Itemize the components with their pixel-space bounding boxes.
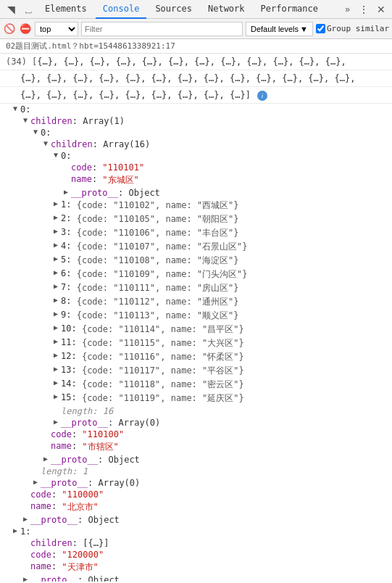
tree-row-name-top: name: "市辖区" <box>0 440 392 454</box>
toggle-proto-top[interactable] <box>41 455 51 463</box>
context-selector[interactable]: top <box>35 22 78 36</box>
file-path-text: 02题目测试.html？hbt=1544861338921:17 <box>6 41 175 51</box>
tree-row-proto-arr1[interactable]: __proto__: Array(0) <box>0 417 392 429</box>
log-entry-summary2: {…}, {…}, {…}, {…}, {…}, {…}, {…}, {…}, … <box>0 70 392 87</box>
tree-row-item12[interactable]: 12: {code: "110116", name: "怀柔区"} <box>0 350 392 364</box>
toggle-item8[interactable] <box>51 296 61 304</box>
tree-row-item4[interactable]: 4: {code: "110107", name: "石景山区"} <box>0 240 392 254</box>
tab-sources[interactable]: Sources <box>148 0 199 19</box>
tree-row-length1: length: 1 <box>0 466 392 477</box>
default-levels-label: Default levels <box>251 25 299 33</box>
toggle-item15[interactable] <box>51 392 61 400</box>
tab-network[interactable]: Network <box>201 0 252 19</box>
block-icon[interactable]: ⛔ <box>19 22 32 36</box>
clear-console-icon[interactable]: 🚫 <box>3 22 16 36</box>
toggle-item7[interactable] <box>51 282 61 290</box>
toggle-item12[interactable] <box>51 351 61 359</box>
log-entry-summary: (34) [{…}, {…}, {…}, {…}, {…}, {…}, {…},… <box>0 54 392 70</box>
tab-console[interactable]: Console <box>96 0 147 19</box>
toggle-proto-arr1[interactable] <box>51 418 61 426</box>
close-icon[interactable]: ✕ <box>373 1 389 17</box>
info-badge: i <box>257 91 267 101</box>
tree-node-children1[interactable]: children: Array(1) <box>0 115 392 127</box>
tree-row-item9[interactable]: 9: {code: "110113", name: "顺义区"} <box>0 309 392 323</box>
tree-row-item11[interactable]: 11: {code: "110115", name: "大兴区"} <box>0 336 392 350</box>
toggle-item9[interactable] <box>51 310 61 318</box>
toggle-grandchild0[interactable] <box>51 151 61 159</box>
settings-icon[interactable]: ⋮ <box>356 1 372 17</box>
device-toolbar-icon[interactable]: ⎵ <box>20 1 36 17</box>
toggle-proto0[interactable] <box>61 188 71 196</box>
tree-node-children16[interactable]: children: Array(16) <box>0 138 392 150</box>
toggle-item1[interactable] <box>51 199 61 207</box>
toggle-item6[interactable] <box>51 268 61 276</box>
filter-bar: 🚫 ⛔ top Default levels ▼ Group similar <box>0 19 392 39</box>
tree-node-child0[interactable]: 0: <box>0 127 392 138</box>
inspect-icon[interactable]: ◥ <box>3 1 19 17</box>
tree-row-1-children: children: [{…}] <box>0 537 392 549</box>
tree-row-item7[interactable]: 7: {code: "110111", name: "房山区"} <box>0 281 392 295</box>
tree-row-1-proto[interactable]: __proto__: Object <box>0 574 392 582</box>
tree-row-code0: code: "110101" <box>0 162 392 173</box>
toggle-item10[interactable] <box>51 323 61 331</box>
toggle-item2[interactable] <box>51 213 61 221</box>
group-similar-checkbox[interactable] <box>316 24 325 33</box>
tree-row-item6[interactable]: 6: {code: "110109", name: "门头沟区"} <box>0 268 392 281</box>
log-entry-summary3: {…}, {…}, {…}, {…}, {…}, {…}, {…}, {…}, … <box>0 87 392 104</box>
toggle-1[interactable] <box>10 526 20 534</box>
tree-row-name-root: name: "北京市" <box>0 500 392 514</box>
toggle-item5[interactable] <box>51 255 61 262</box>
tree-row-item2[interactable]: 2: {code: "110105", name: "朝阳区"} <box>0 212 392 226</box>
tree-row-proto-arr2[interactable]: __proto__: Array(0) <box>0 477 392 489</box>
console-content: (34) [{…}, {…}, {…}, {…}, {…}, {…}, {…},… <box>0 54 392 582</box>
tree-row-code-top: code: "110100" <box>0 429 392 440</box>
group-similar-label[interactable]: Group similar <box>316 24 389 33</box>
toggle-item3[interactable] <box>51 227 61 235</box>
tree-row-item13[interactable]: 13: {code: "110117", name: "平谷区"} <box>0 364 392 378</box>
file-path-param: hbt=1544861338921:17 <box>79 41 175 51</box>
dropdown-arrow-icon: ▼ <box>300 25 308 33</box>
default-levels-button[interactable]: Default levels ▼ <box>246 22 313 36</box>
more-tabs-button[interactable]: » <box>341 1 354 17</box>
toggle-proto-root[interactable] <box>20 515 30 523</box>
tree-row-item8[interactable]: 8: {code: "110112", name: "通州区"} <box>0 295 392 309</box>
file-path-bar: 02题目测试.html？hbt=1544861338921:17 <box>0 39 392 54</box>
toggle-child0[interactable] <box>30 128 41 136</box>
array-count: (34) [ <box>6 57 37 67</box>
tree-row-item1[interactable]: 1: {code: "110102", name: "西城区"} <box>0 199 392 212</box>
tree-node-0[interactable]: 0: <box>0 104 392 115</box>
tab-elements[interactable]: Elements <box>38 0 94 19</box>
devtools-tab-bar: ◥ ⎵ Elements Console Sources Network Per… <box>0 0 392 19</box>
tree-node-grandchild0[interactable]: 0: <box>0 150 392 162</box>
tree-row-item14[interactable]: 14: {code: "110118", name: "密云区"} <box>0 378 392 392</box>
toggle-1-proto[interactable] <box>20 575 30 582</box>
devtools-right-icons: ⋮ ✕ <box>356 1 389 17</box>
tree-row-item15[interactable]: 15: {code: "110119", name: "延庆区"} <box>0 392 392 405</box>
tree-row-length16: length: 16 <box>0 405 392 417</box>
tree-row-proto0[interactable]: __proto__: Object <box>0 187 392 199</box>
tab-performance[interactable]: Performance <box>254 0 325 19</box>
tree-row-1-name: name: "天津市" <box>0 561 392 574</box>
toggle-item13[interactable] <box>51 365 61 373</box>
tree-row-proto-root[interactable]: __proto__: Object <box>0 514 392 526</box>
tree-row-item3[interactable]: 3: {code: "110106", name: "丰台区"} <box>0 226 392 240</box>
toggle-item4[interactable] <box>51 241 61 249</box>
tree-row-proto-top[interactable]: __proto__: Object <box>0 454 392 466</box>
toggle-children16[interactable] <box>41 139 51 147</box>
toggle-item14[interactable] <box>51 379 61 386</box>
tree-row-code-root: code: "110000" <box>0 489 392 500</box>
filter-input[interactable] <box>81 22 243 36</box>
tree-row-name0: name: "东城区" <box>0 173 392 187</box>
tree-row-item5[interactable]: 5: {code: "110108", name: "海淀区"} <box>0 254 392 268</box>
toggle-children1[interactable] <box>20 116 30 124</box>
tree-row-item10[interactable]: 10: {code: "110114", name: "昌平区"} <box>0 323 392 336</box>
tree-row-1-code: code: "120000" <box>0 549 392 561</box>
tree-node-1[interactable]: 1: <box>0 526 392 537</box>
toggle-item11[interactable] <box>51 337 61 345</box>
toggle-proto-arr2[interactable] <box>30 478 41 486</box>
group-similar-text: Group similar <box>327 24 389 33</box>
toggle-0[interactable] <box>10 104 20 112</box>
